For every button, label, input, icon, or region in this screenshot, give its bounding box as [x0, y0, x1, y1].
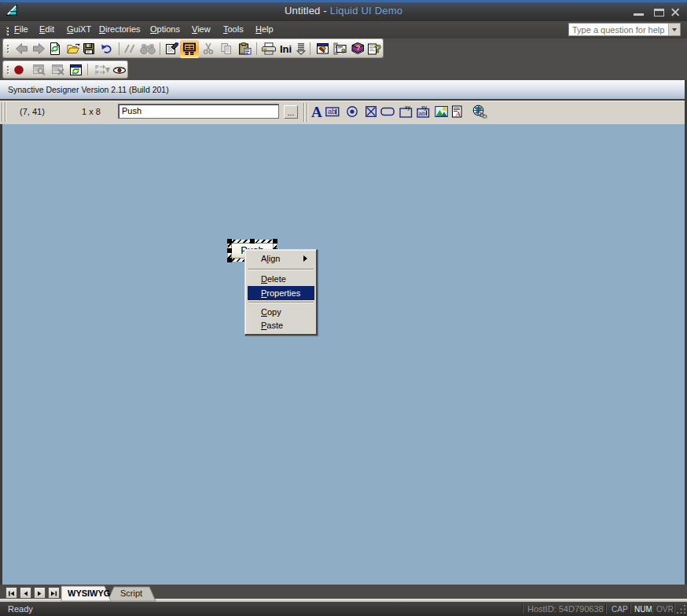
svg-text:ab: ab [328, 108, 336, 116]
svg-text:WYSIWYG: WYSIWYG [68, 588, 110, 598]
svg-text:?: ? [356, 43, 361, 52]
svg-text:P: P [95, 70, 99, 75]
svg-text:xy: xy [405, 105, 411, 111]
svg-text:P: P [95, 64, 99, 70]
svg-text:A: A [455, 110, 461, 118]
svg-text:?: ? [375, 42, 382, 55]
svg-text:ab: ab [419, 110, 426, 117]
svg-text:xy: xy [421, 105, 428, 111]
svg-text:Script: Script [120, 588, 142, 598]
